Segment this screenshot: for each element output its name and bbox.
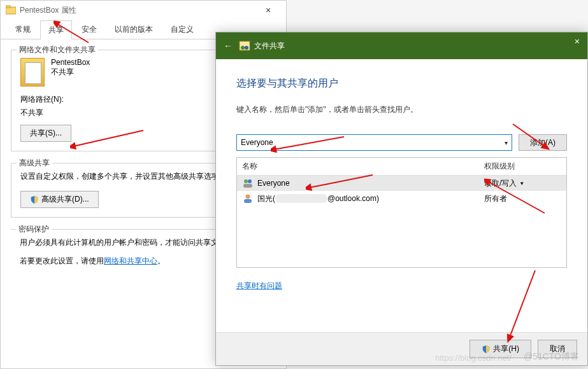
- permission-row-owner[interactable]: 国光 (xxxxxxxxxxx@outlook.com) 所有者: [237, 191, 566, 206]
- properties-title: PentestBox 属性: [20, 5, 255, 16]
- watermark-url: https://blog.csdn.net/: [435, 353, 512, 363]
- tab-general[interactable]: 常规: [7, 20, 39, 39]
- tab-customize[interactable]: 自定义: [162, 20, 202, 39]
- svg-rect-1: [6, 6, 10, 8]
- sharing-header-icon: [239, 40, 250, 52]
- svg-point-4: [245, 46, 248, 50]
- advanced-sharing-button-label: 高级共享(D)...: [41, 194, 89, 205]
- svg-rect-9: [244, 199, 252, 203]
- group-icon: [242, 178, 254, 189]
- shield-icon: [30, 195, 39, 204]
- row-permission: 所有者: [484, 193, 507, 204]
- watermark: @51CTO博客: [524, 351, 579, 363]
- svg-rect-0: [6, 7, 16, 14]
- permissions-table: 名称 权限级别 Everyone 读取/写入 ▼: [236, 157, 567, 268]
- permissions-header: 名称 权限级别: [237, 158, 566, 176]
- add-button[interactable]: 添加(A): [519, 134, 567, 151]
- svg-point-5: [244, 179, 248, 183]
- wizard-body: 选择要与其共享的用户 键入名称，然后单击"添加"，或者单击箭头查找用户。 Eve…: [216, 59, 587, 300]
- tab-sharing[interactable]: 共享: [40, 20, 72, 39]
- close-button[interactable]: ×: [255, 1, 281, 20]
- wizard-close-button[interactable]: ×: [571, 35, 584, 48]
- row-name: Everyone: [257, 179, 290, 188]
- wizard-header: ← 文件共享 ×: [216, 32, 587, 59]
- col-permission-header[interactable]: 权限级别: [479, 158, 566, 175]
- file-sharing-wizard: ← 文件共享 × 选择要与其共享的用户 键入名称，然后单击"添加"，或者单击箭头…: [215, 32, 588, 366]
- properties-titlebar: PentestBox 属性 ×: [1, 1, 286, 20]
- tab-security[interactable]: 安全: [73, 20, 105, 39]
- svg-rect-7: [243, 184, 252, 188]
- chevron-down-icon: ▾: [505, 139, 508, 146]
- svg-point-8: [246, 195, 250, 199]
- wizard-heading: 选择要与其共享的用户: [236, 77, 567, 90]
- user-select-combobox[interactable]: Everyone ▾: [236, 134, 512, 151]
- permission-row-everyone[interactable]: Everyone 读取/写入 ▼: [237, 176, 566, 191]
- back-arrow-icon[interactable]: ←: [224, 41, 233, 51]
- row-name: 国光: [257, 193, 273, 204]
- group-title-advanced: 高级共享: [17, 158, 52, 169]
- svg-point-6: [248, 179, 252, 183]
- row-email-masked: (xxxxxxxxxxx@outlook.com): [273, 194, 379, 203]
- advanced-sharing-button[interactable]: 高级共享(D)...: [20, 191, 99, 208]
- row-permission: 读取/写入: [484, 178, 517, 189]
- share-button[interactable]: 共享(S)...: [20, 125, 71, 142]
- folder-large-icon: [20, 58, 45, 87]
- user-select-value: Everyone: [241, 138, 273, 147]
- user-icon: [242, 193, 254, 204]
- shield-icon: [482, 345, 491, 354]
- folder-name: PentestBox: [51, 58, 90, 67]
- svg-point-3: [241, 46, 245, 50]
- tab-previous-versions[interactable]: 以前的版本: [106, 20, 161, 39]
- dropdown-arrow-icon[interactable]: ▼: [519, 181, 524, 186]
- col-name-header[interactable]: 名称: [237, 158, 479, 175]
- network-center-link[interactable]: 网络和共享中心: [104, 256, 157, 265]
- svg-rect-2: [240, 41, 250, 50]
- wizard-description: 键入名称，然后单击"添加"，或者单击箭头查找用户。: [236, 104, 567, 115]
- wizard-header-title: 文件共享: [254, 41, 285, 52]
- group-title-network: 网络文件和文件夹共享: [17, 45, 98, 55]
- folder-icon: [6, 5, 16, 15]
- group-title-password: 密码保护: [16, 224, 52, 235]
- help-link[interactable]: 共享时有问题: [236, 281, 282, 291]
- share-status: 不共享: [51, 67, 90, 78]
